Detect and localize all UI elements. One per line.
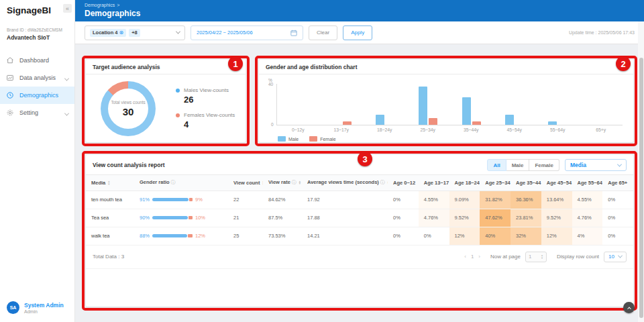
legend-item: Females View-counts4 — [176, 112, 235, 129]
pagination: ‹ 1 › Now at page 1 ▲ ▼ Disp — [464, 252, 627, 262]
more-locations-badge[interactable]: +8 — [129, 29, 140, 37]
info-icon[interactable]: ⓘ — [171, 180, 176, 184]
sort-icon[interactable]: ▲▼ — [262, 180, 263, 185]
legend-dot-icon — [176, 113, 180, 117]
calendar-icon — [290, 30, 297, 36]
user-name: System Admin — [24, 302, 64, 309]
age-cell: 12% — [541, 227, 572, 245]
female-bar — [188, 234, 193, 237]
gender-ratio-bar — [152, 234, 193, 237]
sort-icon[interactable]: ▲▼ — [299, 180, 301, 185]
view-rate-cell: 84.62% — [263, 191, 302, 209]
chart-legend-male: Male — [278, 136, 299, 142]
gender-ratio-bar — [152, 198, 193, 201]
brand-id: Brand ID : dWa26ZsECMSM — [7, 28, 68, 32]
bar-group-55~64y — [536, 84, 579, 125]
user-block[interactable]: SA System Admin Admin — [7, 301, 64, 314]
view-count-cell: 21 — [228, 209, 263, 227]
bar-male-45~54y — [505, 115, 514, 125]
age-cell: 0% — [419, 227, 449, 245]
scrollbar[interactable] — [638, 21, 644, 322]
gender-filter-tabs: AllMaleFemale — [487, 159, 559, 171]
next-page-icon[interactable]: › — [478, 254, 480, 260]
age-cell: 36.36% — [511, 191, 541, 209]
view-count-cell: 25 — [228, 227, 263, 245]
column-label: Gender ratio — [140, 179, 170, 185]
y-tick-40: 40 — [268, 82, 273, 87]
page-number[interactable]: 1 — [471, 254, 474, 260]
annotation-badge-2: 2 — [616, 56, 631, 71]
step-down-icon[interactable]: ▼ — [541, 257, 543, 259]
clear-button[interactable]: Clear — [309, 25, 337, 40]
column-header-age-45-54: Age 45~54 — [541, 175, 572, 191]
row-count-select[interactable]: 10 — [604, 252, 627, 262]
legend-value: 4 — [184, 119, 235, 129]
brand-name: Advantech SIoT — [7, 34, 68, 41]
column-header-media[interactable]: Media▲▼ — [86, 175, 134, 191]
tab-female[interactable]: Female — [529, 159, 559, 171]
gender-ratio-bar — [152, 216, 193, 219]
prev-page-icon[interactable]: ‹ — [464, 254, 466, 260]
column-header-average-views-time-seconds-[interactable]: Average views time (seconds)ⓘ▲▼ — [302, 175, 388, 191]
location-tag[interactable]: Location 4 ⊗ — [90, 29, 126, 37]
donut-center-value: 30 — [123, 106, 134, 117]
age-cell: 9.09% — [449, 191, 480, 209]
female-percent: 12% — [195, 233, 205, 239]
age-cell: 0% — [602, 191, 633, 209]
arrow-up-icon — [627, 307, 631, 311]
breadcrumb-item[interactable]: Demographics — [85, 3, 115, 7]
sidebar-item-label: Setting — [19, 109, 38, 116]
location-select[interactable]: Location 4 ⊗ +8 — [85, 25, 185, 40]
column-header-view-count[interactable]: View count▲▼ — [228, 175, 263, 191]
x-tick-label: 18~24y — [363, 127, 407, 132]
gender-age-chart-title: Gender and age distribution chart — [259, 60, 633, 74]
chart-legend: MaleFemale — [278, 136, 623, 142]
column-label: Age 13~17 — [424, 180, 449, 186]
sidebar-item-demographics[interactable]: Demographics — [0, 87, 74, 104]
bar-group-35~44y — [450, 84, 493, 125]
legend-label: Male — [288, 137, 299, 142]
donut-legend: Males View-counts26Females View-counts4 — [176, 87, 235, 129]
breadcrumb[interactable]: Demographics> — [85, 3, 644, 7]
scrollbar-thumb[interactable] — [639, 58, 643, 318]
bar-female-13~17y — [343, 121, 352, 125]
sort-icon[interactable]: ▲▼ — [387, 180, 388, 185]
legend-swatch-icon — [309, 136, 317, 142]
home-icon — [6, 56, 14, 64]
sidebar-collapse-icon[interactable]: « — [63, 4, 72, 13]
age-cell: 40% — [480, 227, 511, 245]
demographics-page: SignageBI « Brand ID : dWa26ZsECMSM Adva… — [0, 0, 644, 322]
x-tick-label: 13~17y — [320, 127, 364, 132]
bar-group-13~17y — [320, 84, 363, 125]
donut-chart: Total views counts 30 — [101, 81, 156, 136]
sidebar-item-dashboard[interactable]: Dashboard — [0, 52, 74, 69]
tab-male[interactable]: Male — [506, 159, 530, 171]
view-rate-cell: 87.5% — [263, 209, 302, 227]
age-cell: 9.52% — [541, 209, 572, 227]
column-header-view-rate[interactable]: View rateⓘ▲▼ — [263, 175, 302, 191]
update-time: Update time : 2025/05/06 17:43 — [569, 30, 635, 35]
chart-icon — [6, 74, 14, 82]
remove-tag-icon[interactable]: ⊗ — [119, 30, 124, 36]
info-icon[interactable]: ⓘ — [380, 180, 385, 184]
date-range-input[interactable]: 2025/04/22 ~ 2025/05/06 — [191, 25, 303, 40]
tab-all[interactable]: All — [487, 159, 506, 171]
media-dropdown[interactable]: Media — [565, 159, 627, 171]
apply-button[interactable]: Apply — [343, 25, 372, 40]
age-cell: 0% — [388, 227, 419, 245]
page-input[interactable]: 1 ▲ ▼ — [525, 252, 547, 262]
info-icon[interactable]: ⓘ — [292, 180, 297, 184]
age-cell: 0% — [602, 227, 633, 245]
avg-views-time-cell: 14.21 — [302, 227, 388, 245]
scroll-top-button[interactable] — [623, 302, 635, 313]
page-stepper[interactable]: ▲ ▼ — [541, 254, 543, 259]
sidebar-item-setting[interactable]: Setting — [0, 104, 74, 121]
total-data-label: Total Data : 3 — [93, 254, 124, 260]
gender-ratio-cell: 91%9% — [134, 191, 228, 209]
bar-group-65+y — [580, 84, 623, 125]
column-label: View count — [233, 180, 260, 186]
sidebar-item-data-analysis[interactable]: Data analysis — [0, 69, 74, 87]
column-header-age-35-44: Age 35~44 — [511, 175, 541, 191]
column-header-age-13-17: Age 13~17 — [419, 175, 449, 191]
sort-icon[interactable]: ▲▼ — [107, 180, 110, 185]
